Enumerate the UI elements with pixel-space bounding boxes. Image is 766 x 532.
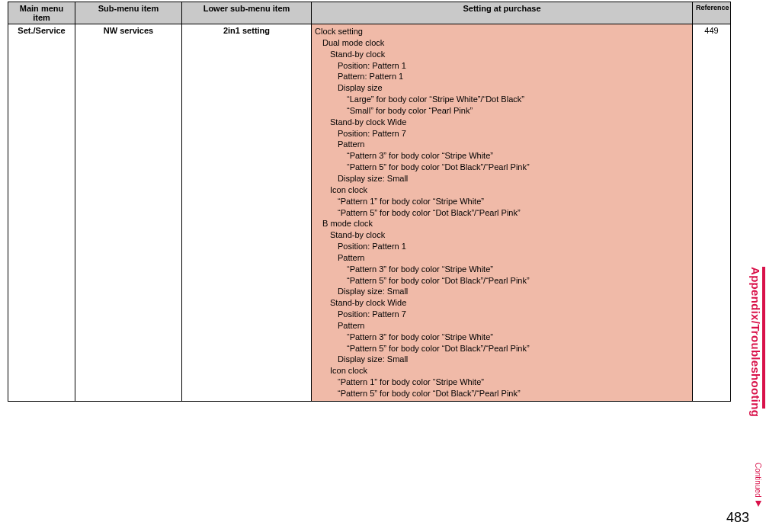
setting-line: Stand-by clock Wide <box>313 297 687 309</box>
setting-line: “Pattern 1” for body color “Stripe White… <box>313 196 687 207</box>
setting-line: Display size: Small <box>313 286 687 297</box>
setting-line: Pattern <box>313 252 687 264</box>
continued-arrow-icon <box>755 501 761 507</box>
setting-line: Pattern <box>313 320 687 332</box>
th-lower-sub-menu: Lower sub-menu item <box>182 2 312 24</box>
setting-line: “Pattern 5” for body color “Dot Black”/“… <box>313 343 687 354</box>
setting-line: Pattern: Pattern 1 <box>313 71 687 82</box>
cell-setting: Clock settingDual mode clockStand-by clo… <box>312 24 693 402</box>
setting-line: Dual mode clock <box>313 37 687 49</box>
setting-line: Position: Pattern 1 <box>313 60 687 72</box>
side-accent-bar <box>762 267 765 409</box>
setting-line: Stand-by clock <box>313 49 687 60</box>
th-sub-menu: Sub-menu item <box>75 2 182 24</box>
setting-line: “Pattern 5” for body color “Dot Black”/“… <box>313 207 687 219</box>
setting-line: Pattern <box>313 139 687 150</box>
setting-line: Display size: Small <box>313 173 687 184</box>
setting-line: Icon clock <box>313 184 687 196</box>
cell-reference: 449 <box>693 24 731 402</box>
setting-line: “Pattern 3” for body color “Stripe White… <box>313 332 687 343</box>
setting-line: B mode clock <box>313 218 687 229</box>
setting-line: Icon clock <box>313 365 687 377</box>
cell-sub-menu: NW services <box>75 24 182 402</box>
setting-line: Position: Pattern 7 <box>313 309 687 320</box>
setting-line: “Pattern 3” for body color “Stripe White… <box>313 264 687 275</box>
setting-line: “Pattern 5” for body color “Dot Black”/“… <box>313 388 687 399</box>
setting-line: Display size <box>313 82 687 94</box>
setting-line: “Pattern 3” for body color “Stripe White… <box>313 150 687 162</box>
setting-line: Position: Pattern 7 <box>313 128 687 139</box>
th-setting: Setting at purchase <box>312 2 693 24</box>
setting-line: “Pattern 5” for body color “Dot Black”/“… <box>313 162 687 173</box>
setting-line: “Small” for body color “Pearl Pink” <box>313 105 687 117</box>
cell-main-menu: Set./Service <box>8 24 75 402</box>
setting-line: “Large” for body color “Stripe White”/“D… <box>313 94 687 105</box>
setting-line: “Pattern 5” for body color “Dot Black”/“… <box>313 275 687 287</box>
menu-settings-table-page: Main menu item Sub-menu item Lower sub-m… <box>8 2 730 402</box>
settings-table: Main menu item Sub-menu item Lower sub-m… <box>8 2 731 402</box>
table-row: Set./Service NW services 2in1 setting Cl… <box>8 24 731 402</box>
setting-line: Display size: Small <box>313 354 687 365</box>
table-header-row: Main menu item Sub-menu item Lower sub-m… <box>8 2 731 24</box>
setting-line: Stand-by clock Wide <box>313 117 687 128</box>
setting-line: Clock setting <box>313 26 687 37</box>
continued-label: Continued <box>754 463 762 498</box>
cell-lower-sub-menu: 2in1 setting <box>182 24 312 402</box>
setting-line: “Pattern 1” for body color “Stripe White… <box>313 377 687 388</box>
setting-line: Stand-by clock <box>313 229 687 241</box>
setting-line: Position: Pattern 1 <box>313 241 687 252</box>
th-reference: Reference <box>693 2 731 24</box>
section-tab-label: Appendix/Troubleshooting <box>749 267 762 417</box>
th-main-menu: Main menu item <box>8 2 75 24</box>
page-number: 483 <box>726 510 749 526</box>
